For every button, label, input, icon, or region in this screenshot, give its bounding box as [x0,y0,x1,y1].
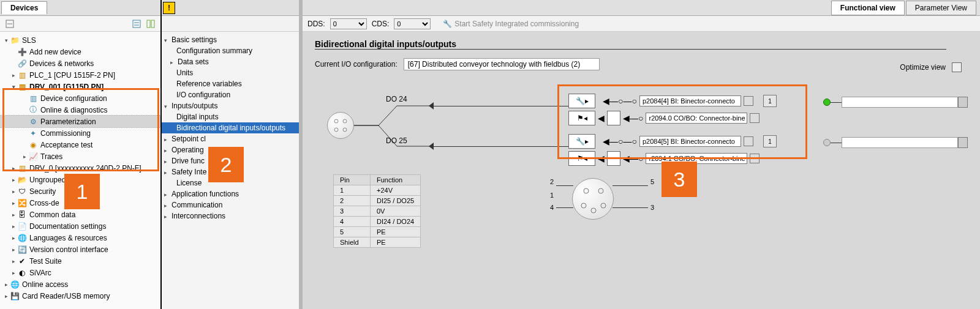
callout-3: 3 [662,162,697,197]
cross-icon: 🔀 [17,199,27,207]
svg-rect-6 [151,20,154,28]
device-config-node[interactable]: ▥Device configuration [0,92,160,104]
functional-view-panel: Functional view Parameter View DDS: 0 CD… [303,0,980,309]
pin2-label: 2 [550,178,554,185]
parameterization-node[interactable]: ⚙Parameterization [0,116,160,127]
plc1-node[interactable]: ▸▥PLC_1 [CPU 1515F-2 PN] [0,69,160,81]
acceptance-test-node[interactable]: ◉Acceptance test [0,139,160,151]
do24-input-block[interactable]: ⚑◂ ◀ ◀—○ r2094.0 CO/BO: Connector-bine [568,111,760,125]
output-bar-end[interactable] [958,97,968,108]
functional-view-tab[interactable]: Functional view [831,1,905,15]
param-edit-box[interactable] [750,154,760,163]
units-node[interactable]: Units [162,67,299,78]
drive-icon: ▥ [17,164,27,173]
add-device-node[interactable]: ➕Add new device [0,46,160,58]
test-suite-node[interactable]: ▸✔Test Suite [0,255,160,267]
param-edit-box[interactable] [744,136,753,146]
index-box[interactable]: 1 [763,135,777,147]
pin5-label: 5 [650,178,654,185]
devices-tab[interactable]: Devices [1,1,47,14]
param-edit-box[interactable] [744,96,753,106]
devices-left-panel: Devices ▾📁SLS ➕Add new device 🔗Devices &… [0,0,162,309]
drv001-node[interactable]: ▾▥DRV_001 [G115D PN] [0,81,160,92]
accept-icon: ◉ [28,141,38,149]
basic-settings-group[interactable]: ▾Basic settings [162,34,299,45]
doc-icon: 📄 [17,222,27,231]
mid-toolbar [162,16,299,32]
online-access-node[interactable]: ▸🌐Online access [0,278,160,290]
svg-point-8 [343,119,347,123]
optimize-checkbox[interactable] [952,62,962,72]
setpoint-group[interactable]: ▸Setpoint cl [162,133,299,144]
tool-icon: 🔧▸ [568,134,595,149]
bidirectional-io-node[interactable]: Bidirectional digital inputs/outputs [162,122,299,133]
do25-output-block[interactable]: 🔧▸ ◀—○—○ p2084[5] BI: Binector-connecto … [568,134,777,149]
data-sets-group[interactable]: ▸Data sets [162,56,299,67]
common-data-node[interactable]: ▸🗄Common data [0,209,160,220]
config-summary-node[interactable]: Configuration summary [162,45,299,56]
io-diagram-canvas: Bidirectional digital inputs/outputs Cur… [303,32,980,309]
r2094-0-param[interactable]: r2094.0 CO/BO: Connector-bine [646,113,747,124]
interconn-group[interactable]: ▸Interconnections [162,210,299,222]
svg-point-13 [581,203,586,208]
mid-header: ! [162,0,299,16]
current-config-field[interactable] [404,58,600,70]
network-view-icon[interactable] [4,18,16,30]
test-icon: ✔ [17,257,27,266]
devices-networks-node[interactable]: 🔗Devices & networks [0,58,160,69]
table-row: 4DI24 / DO24 [334,217,421,227]
flag-icon: ⚑◂ [568,151,595,166]
parameter-view-tab[interactable]: Parameter View [906,1,976,15]
p2084-4-param[interactable]: p2084[4] BI: Binector-connecto [639,95,741,106]
table-row: 2DI25 / DO25 [334,196,421,206]
detail-view-icon[interactable] [145,18,157,30]
list-view-icon[interactable] [130,18,143,30]
traces-icon: 📈 [28,152,38,161]
safety-start-action[interactable]: 🔧 Start Safety Integrated commissioning [443,20,579,28]
project-node[interactable]: ▾📁SLS [0,34,160,46]
cds-label: CDS: [372,20,390,28]
inputs-outputs-group[interactable]: ▾Inputs/outputs [162,100,299,111]
do25-terminal-icon [429,143,434,150]
doc-settings-node[interactable]: ▸📄Documentation settings [0,220,160,232]
comm-group[interactable]: ▸Communication [162,199,299,210]
traces-node[interactable]: ▸📈Traces [0,151,160,162]
wrench-icon: 🔧 [443,20,452,28]
drive-icon: ▥ [17,83,27,91]
svg-point-11 [584,188,589,193]
lang-res-node[interactable]: ▸🌐Languages & resources [0,232,160,244]
cds-select[interactable]: 0 [394,18,431,29]
do24-output-block[interactable]: 🔧▸ ◀—○—○ p2084[4] BI: Binector-connecto … [568,94,777,108]
shield-icon: 🛡 [17,187,27,196]
drv0-node[interactable]: ▸▥DRV_0 [xxxxxxxxxx 240D-2 PN-F] [0,162,160,174]
index-box[interactable]: 1 [763,95,777,107]
vcs-node[interactable]: ▸🔄Version control interface [0,244,160,255]
online-diag-node[interactable]: ⓘOnline & diagnostics [0,104,160,116]
sivarc-node[interactable]: ▸◐SiVArc [0,267,160,278]
param-icon: ⚙ [28,117,38,126]
commissioning-node[interactable]: ✦Commissioning [0,127,160,139]
globe-icon: 🌐 [17,234,27,242]
output-bar-end[interactable] [958,137,968,148]
app-fn-group[interactable]: ▸Application functions [162,188,299,199]
folder-icon: 📂 [17,176,27,184]
do24-terminal-icon [429,102,434,110]
dds-select[interactable]: 0 [330,18,367,29]
p2084-5-param[interactable]: p2084[5] BI: Binector-connecto [639,136,741,147]
digital-inputs-node[interactable]: Digital inputs [162,111,299,122]
ref-vars-node[interactable]: Reference variables [162,78,299,89]
pin3-label: 3 [650,204,654,211]
left-tab-header: Devices [0,0,160,16]
tool-icon: 🔧▸ [568,94,595,108]
output-bar-do25[interactable] [842,137,958,148]
connector-icon [572,178,614,220]
svg-point-14 [601,203,606,208]
output-bar-do24[interactable] [842,97,958,108]
device-tree[interactable]: ▾📁SLS ➕Add new device 🔗Devices & network… [0,32,160,309]
function-header: Function [371,175,421,185]
vcs-icon: 🔄 [17,245,27,254]
param-edit-box[interactable] [750,113,760,123]
table-row: ShieldPE [334,237,421,248]
io-config-node[interactable]: I/O configuration [162,89,299,100]
card-reader-node[interactable]: ▸💾Card Reader/USB memory [0,290,160,302]
